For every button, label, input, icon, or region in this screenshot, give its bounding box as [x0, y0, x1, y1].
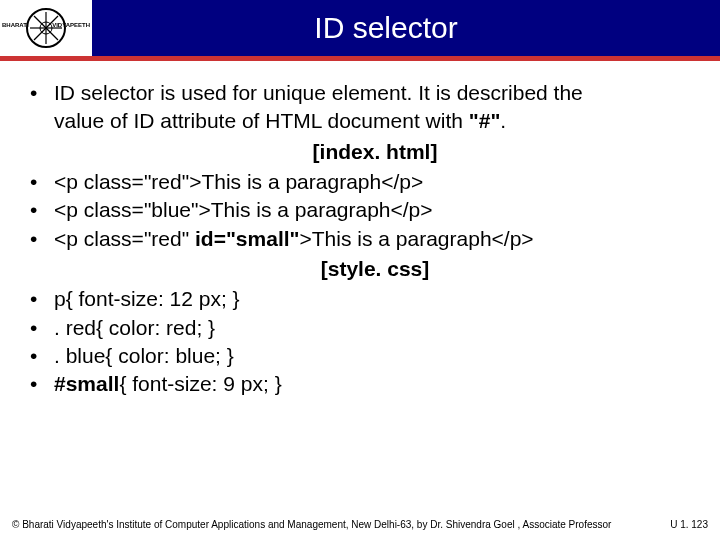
page-number: U 1. 123	[670, 519, 708, 530]
logo-emblem	[26, 8, 66, 48]
copyright-text: © Bharati Vidyapeeth's Institute of Comp…	[12, 519, 611, 530]
bullet-item: <p class="red" id="small">This is a para…	[24, 225, 696, 284]
bullet-text: <p class="red"	[54, 227, 195, 250]
bullet-text: ID selector is used for unique element. …	[54, 81, 583, 104]
bullet-text: . red{ color: red; }	[54, 316, 215, 339]
bullet-item: p{ font-size: 12 px; }	[24, 285, 696, 313]
bullet-text-bold: "#"	[469, 109, 501, 132]
bullet-text: p{ font-size: 12 px; }	[54, 287, 240, 310]
bullet-item: #small{ font-size: 9 px; }	[24, 370, 696, 398]
bullet-item: <p class="red">This is a paragraph</p>	[24, 168, 696, 196]
slide-footer: © Bharati Vidyapeeth's Institute of Comp…	[0, 519, 720, 530]
bullet-item: . red{ color: red; }	[24, 314, 696, 342]
bullet-text-bold: id="small"	[195, 227, 300, 250]
logo-text-right: VIDYAPEETH	[52, 22, 90, 28]
bullet-text-bold: #small	[54, 372, 119, 395]
slide-header: BHARATI VIDYAPEETH ID selector	[0, 0, 720, 56]
bullet-item: . blue{ color: blue; }	[24, 342, 696, 370]
bullet-item: <p class="blue">This is a paragraph</p>	[24, 196, 696, 224]
bullet-text: <p class="blue">This is a paragraph</p>	[54, 198, 433, 221]
slide-body: ID selector is used for unique element. …	[0, 61, 720, 399]
bullet-text: { font-size: 9 px; }	[119, 372, 281, 395]
institution-logo: BHARATI VIDYAPEETH	[0, 0, 92, 56]
bullet-list: ID selector is used for unique element. …	[24, 79, 696, 399]
bullet-text: value of ID attribute of HTML document w…	[54, 109, 469, 132]
logo-text-left: BHARATI	[2, 22, 29, 28]
slide-title: ID selector	[92, 11, 720, 45]
bullet-text: . blue{ color: blue; }	[54, 344, 234, 367]
bullet-text: >This is a paragraph</p>	[300, 227, 534, 250]
bullet-item: ID selector is used for unique element. …	[24, 79, 696, 166]
bullet-text: <p class="red">This is a paragraph</p>	[54, 170, 423, 193]
bullet-text: .	[500, 109, 506, 132]
file-label: [style. css]	[54, 255, 696, 283]
file-label: [index. html]	[54, 138, 696, 166]
